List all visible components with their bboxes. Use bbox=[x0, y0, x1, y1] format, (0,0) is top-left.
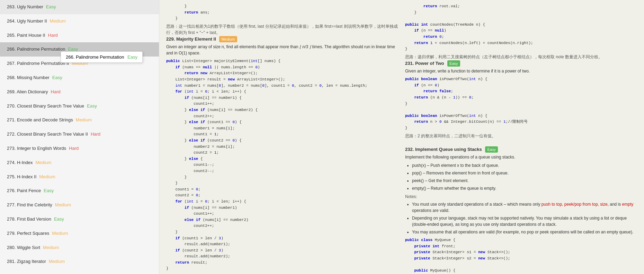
problem-diff-269: Hard bbox=[51, 89, 61, 94]
problem-num-266: 266. Palindrome Permutation bbox=[7, 46, 65, 52]
problem-num-264: 264. Ugly Number II bbox=[7, 18, 47, 24]
problem-num-271: 271. Encode and Decode Strings bbox=[7, 117, 73, 122]
problem-diff-281: Medium bbox=[49, 259, 65, 264]
note-232-1: You must use only standard operations of… bbox=[412, 201, 637, 214]
notes-label: Notes: bbox=[405, 194, 637, 200]
problem-diff-277: Medium bbox=[55, 202, 71, 207]
problem-num-274: 274. H-Index bbox=[7, 160, 33, 165]
problem-item-264[interactable]: 264. Ugly Number IIMedium bbox=[0, 14, 159, 28]
problem-diff-270: Easy bbox=[87, 103, 97, 109]
problem-diff-280: Medium bbox=[43, 245, 59, 250]
problem-item-274[interactable]: 274. H-IndexMedium bbox=[0, 156, 159, 170]
problem-num-280: 280. Wiggle Sort bbox=[7, 245, 40, 250]
problem-num-278: 278. First Bad Version bbox=[7, 216, 51, 222]
section-232-ops: push(x) – Push element x to the back of … bbox=[412, 162, 637, 191]
op-push: push(x) – Push element x to the back of … bbox=[412, 162, 637, 169]
problem-num-281: 281. Zigzag Iterator bbox=[7, 259, 46, 264]
section-231-code: public boolean isPowerOfTwo(int n) { if … bbox=[405, 76, 637, 131]
section-231-title: 231. Power of Two Easy bbox=[405, 60, 637, 67]
section-231: 231. Power of Two Easy Given an integer,… bbox=[405, 60, 637, 139]
problem-item-282[interactable]: 282. Expression Add OperatorsHard bbox=[0, 269, 159, 274]
problem-diff-273: Hard bbox=[69, 146, 79, 151]
section-232: 232. Implement Queue using Stacks Easy I… bbox=[405, 146, 637, 274]
problem-diff-279: Medium bbox=[52, 231, 68, 236]
problem-num-277: 277. Find the Celebrity bbox=[7, 202, 52, 207]
problem-item-277[interactable]: 277. Find the CelebrityMedium bbox=[0, 198, 159, 212]
problem-diff-278: Easy bbox=[54, 216, 64, 222]
problem-diff-271: Medium bbox=[76, 117, 92, 122]
section-232-notes: You must use only standard operations of… bbox=[412, 201, 637, 235]
section-231-desc: Given an integer, write a function to de… bbox=[405, 68, 637, 74]
note-229-intro: 思路：这一找出相差为1的数字子数组（使用 first, last 分别记录起始和… bbox=[166, 23, 398, 36]
problem-num-265: 265. Paint House II bbox=[7, 33, 45, 38]
problem-diff-265: Hard bbox=[48, 33, 58, 38]
section-231-badge: Easy bbox=[447, 60, 460, 67]
section-232-code: public class MyQueue { private int front… bbox=[405, 237, 637, 274]
problem-num-273: 273. Integer to English Words bbox=[7, 146, 66, 151]
section-229-title: 229. Majority Element II Medium bbox=[166, 36, 398, 43]
tooltip-difficulty: Easy bbox=[127, 54, 137, 60]
problem-list[interactable]: 263. Ugly NumberEasy264. Ugly Number IIM… bbox=[0, 0, 159, 274]
problem-item-268[interactable]: 268. Missing NumberEasy bbox=[0, 71, 159, 85]
section-229: 229. Majority Element II Medium Given an… bbox=[166, 36, 398, 274]
problem-item-269[interactable]: 269. Alien DictionaryHard bbox=[0, 85, 159, 99]
section-229-num: 229. Majority Element II bbox=[166, 36, 216, 42]
tooltip-text: 266. Palindrome Permutation bbox=[66, 54, 124, 60]
problem-item-271[interactable]: 271. Encode and Decode StringsMedium bbox=[0, 113, 159, 127]
problem-num-276: 276. Paint Fence bbox=[7, 188, 41, 193]
problem-num-268: 268. Missing Number bbox=[7, 75, 50, 80]
problem-diff-268: Easy bbox=[52, 75, 62, 80]
right-column: return root.val; } public int countNodes… bbox=[405, 3, 637, 274]
problem-diff-272: Hard bbox=[91, 131, 100, 137]
problem-diff-264: Medium bbox=[50, 18, 66, 24]
problem-item-270[interactable]: 270. Closest Binary Search Tree ValueEas… bbox=[0, 99, 159, 113]
problem-num-279: 279. Perfect Squares bbox=[7, 231, 49, 236]
note-230-right: 思路：递归求解，利用二叉搜索树的特点（左子树结点都小于根结点），每次框取 not… bbox=[405, 54, 637, 60]
left-column: } return ans; } 思路：这一找出相差为1的数字子数组（使用 fir… bbox=[166, 3, 398, 274]
section-229-code: public List<Integer> majorityElement(int… bbox=[166, 58, 398, 272]
note-232-3: You may assume that all operations are v… bbox=[412, 229, 637, 235]
problem-num-263: 263. Ugly Number bbox=[7, 4, 43, 9]
problem-diff-263: Easy bbox=[46, 4, 56, 9]
problem-diff-275: Medium bbox=[39, 174, 55, 179]
section-229-desc: Given an integer array of size n, find a… bbox=[166, 44, 398, 56]
note-232-2: Depending on your language, stack may no… bbox=[412, 215, 637, 228]
problem-item-265[interactable]: 265. Paint House IIHard bbox=[0, 28, 159, 43]
op-pop: pop() – Removes the element from in fron… bbox=[412, 170, 637, 176]
problem-item-263[interactable]: 263. Ugly NumberEasy bbox=[0, 0, 159, 14]
problem-item-281[interactable]: 281. Zigzag IteratorMedium bbox=[0, 255, 159, 269]
main-content: } return ans; } 思路：这一找出相差为1的数字子数组（使用 fir… bbox=[159, 0, 644, 274]
problem-diff-274: Medium bbox=[35, 160, 51, 165]
section-232-desc: Implement the following operations of a … bbox=[405, 154, 637, 160]
problem-num-272: 272. Closest Binary Search Tree Value II bbox=[7, 131, 88, 137]
problem-diff-276: Easy bbox=[44, 188, 54, 193]
section-232-title: 232. Implement Queue using Stacks Easy bbox=[405, 146, 637, 153]
problem-num-267: 267. Palindrome Permutation II bbox=[7, 61, 69, 66]
code-snippet-prev: } return ans; } bbox=[166, 3, 398, 22]
tooltip: 266. Palindrome Permutation Easy bbox=[61, 51, 143, 63]
op-empty: empty() – Return whether the queue is em… bbox=[412, 185, 637, 191]
section-229-badge: Medium bbox=[219, 36, 237, 43]
op-peek: peek() – Get the front element. bbox=[412, 178, 637, 184]
problem-item-279[interactable]: 279. Perfect SquaresMedium bbox=[0, 226, 159, 241]
problem-item-273[interactable]: 273. Integer to English WordsHard bbox=[0, 142, 159, 156]
problem-item-272[interactable]: 272. Closest Binary Search Tree Value II… bbox=[0, 127, 159, 142]
problem-item-278[interactable]: 278. First Bad VersionEasy bbox=[0, 212, 159, 226]
problem-item-280[interactable]: 280. Wiggle SortMedium bbox=[0, 241, 159, 255]
problem-num-270: 270. Closest Binary Search Tree Value bbox=[7, 103, 84, 109]
problem-num-275: 275. H-Index II bbox=[7, 174, 36, 179]
problem-num-269: 269. Alien Dictionary bbox=[7, 89, 48, 94]
note-231: 思路：2 的整次幂同特点，二进制只有一位有值。 bbox=[405, 133, 637, 139]
section-232-badge: Easy bbox=[485, 146, 498, 153]
code-right-prev: return root.val; } public int countNodes… bbox=[405, 3, 637, 52]
problem-item-275[interactable]: 275. H-Index IIMedium bbox=[0, 170, 159, 184]
problem-item-276[interactable]: 276. Paint FenceEasy bbox=[0, 184, 159, 198]
